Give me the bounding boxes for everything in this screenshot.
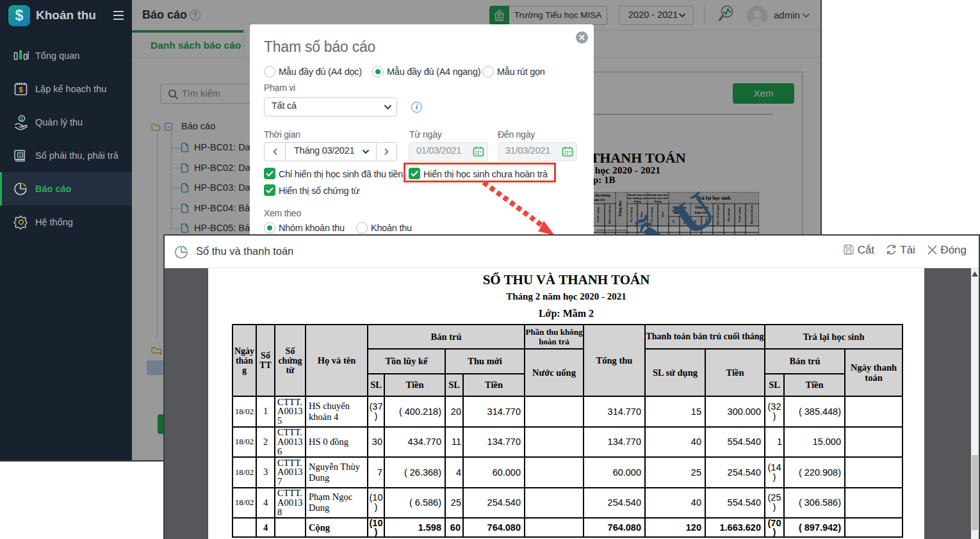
svg-text:$: $ [19,152,22,158]
svg-text:$: $ [19,86,22,93]
svg-text:$: $ [20,115,24,122]
